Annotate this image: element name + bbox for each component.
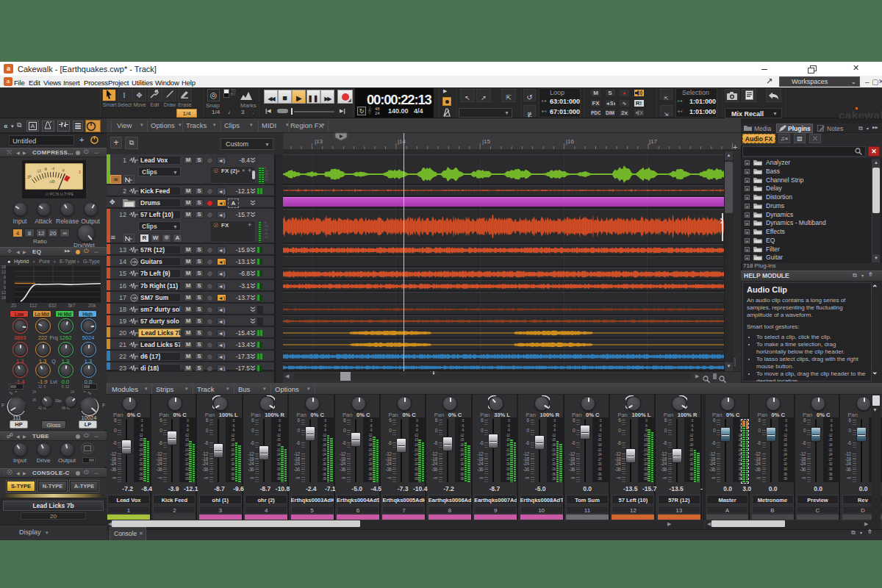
svg-text:|14: |14 xyxy=(398,138,406,145)
svg-text:|16: |16 xyxy=(566,138,575,145)
svg-text:dB: dB xyxy=(49,179,54,184)
svg-text:3: 3 xyxy=(79,170,81,174)
svg-text:|17: |17 xyxy=(649,138,658,145)
svg-text:|15: |15 xyxy=(482,138,491,145)
svg-text:-4: -4 xyxy=(51,166,55,171)
svg-text:|13: |13 xyxy=(315,138,323,145)
